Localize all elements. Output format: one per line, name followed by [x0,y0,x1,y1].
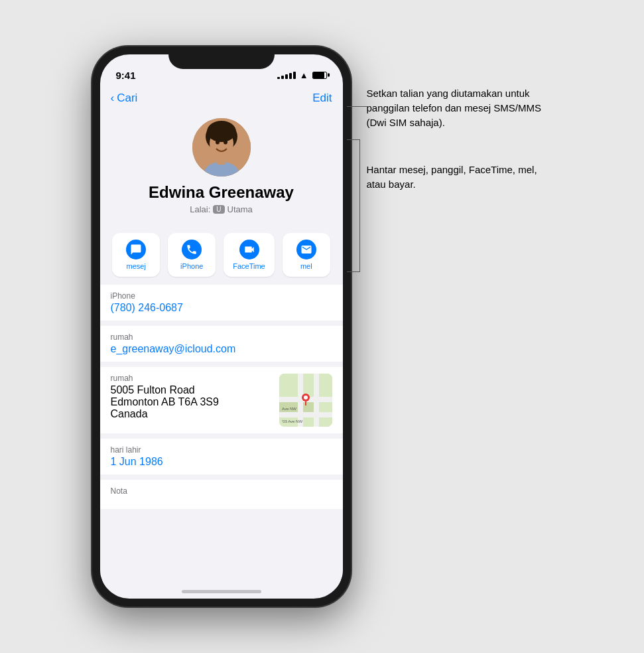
iphone-button[interactable]: iPhone [168,233,216,277]
annotation-1: Setkan talian yang diutamakan untuk pang… [367,86,552,129]
default-label: Lalai: [190,204,210,214]
address-row[interactable]: rumah 5005 Fulton Road Edmonton AB T6A 3… [100,367,343,433]
birthday-value[interactable]: 1 Jun 1986 [111,456,332,468]
address-line3: Canada [111,408,273,420]
annotations-panel: Setkan talian yang diutamakan untuk pang… [367,46,552,192]
contact-default-line: Lalai: U Utama [190,204,253,214]
birthday-row[interactable]: hari lahir 1 Jun 1986 [100,439,343,474]
svg-text:Ave NW: Ave NW [282,407,296,411]
mesej-button[interactable]: mesej [112,233,160,277]
mesej-label: mesej [127,262,146,270]
birthday-label: hari lahir [111,445,332,455]
svg-point-18 [304,396,308,399]
bar1 [277,77,280,79]
annotation-text-2: Hantar mesej, panggil, FaceTime, mel, at… [367,163,552,192]
mail-icon [296,240,316,259]
bar4 [289,73,292,79]
svg-rect-11 [298,374,303,427]
chevron-left-icon: ‹ [111,92,115,105]
facetime-button[interactable]: FaceTime [224,233,275,277]
battery-icon [312,72,327,79]
svg-point-7 [207,121,236,142]
iphone-screen: 9:41 ▲ ‹ [100,54,343,599]
annotation-bracket [347,139,360,272]
phone-icon [182,240,202,259]
email-value[interactable]: e_greenaway@icloud.com [111,343,332,355]
notes-label: Nota [111,486,332,496]
battery-fill [313,72,324,78]
contact-name: Edwina Greenaway [149,183,294,202]
video-icon [239,240,259,259]
action-buttons: mesej iPhone [100,225,343,285]
birthday-section: hari lahir 1 Jun 1986 [100,439,343,474]
callout-line-1 [347,106,367,107]
phone-section: iPhone (780) 246-0687 [100,285,343,321]
annotation-2: Hantar mesej, panggil, FaceTime, mel, at… [367,163,552,192]
scene: 9:41 ▲ ‹ [92,46,552,607]
map-thumbnail[interactable]: Ave NW '03 Ave NW [279,374,332,427]
avatar [192,118,251,177]
default-badge: U [213,205,224,214]
back-label[interactable]: Cari [117,92,137,105]
nav-bar: ‹ Cari Edit [100,86,343,110]
notes-row[interactable]: Nota [100,480,343,509]
address-section: rumah 5005 Fulton Road Edmonton AB T6A 3… [100,367,343,433]
address-line2: Edmonton AB T6A 3S9 [111,396,273,408]
notch [168,46,275,69]
phone-label: iPhone [111,291,332,301]
back-button[interactable]: ‹ Cari [111,92,138,105]
default-line: Utama [227,204,253,214]
iphone-frame: 9:41 ▲ ‹ [92,46,351,607]
home-indicator [182,590,261,593]
mel-button[interactable]: mel [283,233,330,277]
svg-rect-12 [314,374,319,427]
facetime-label: FaceTime [233,262,265,270]
bar5 [293,72,296,79]
annotation-text-1: Setkan talian yang diutamakan untuk pang… [367,86,552,129]
edit-button[interactable]: Edit [312,92,332,105]
email-section: rumah e_greenaway@icloud.com [100,326,343,362]
svg-text:'03 Ave NW: '03 Ave NW [282,419,302,423]
svg-rect-6 [218,155,225,165]
wifi-icon: ▲ [300,70,308,80]
contact-scroll[interactable]: Edwina Greenaway Lalai: U Utama [100,110,343,588]
status-icons: ▲ [277,70,327,80]
contact-header: Edwina Greenaway Lalai: U Utama [100,110,343,225]
email-label: rumah [111,332,332,342]
svg-rect-13 [303,402,314,412]
mel-label: mel [300,262,312,270]
address-line1: 5005 Fulton Road [111,384,273,396]
svg-rect-10 [279,412,332,417]
status-time: 9:41 [116,70,136,81]
iphone-label: iPhone [180,262,203,270]
signal-icon [277,72,296,79]
notes-section: Nota [100,480,343,509]
email-row[interactable]: rumah e_greenaway@icloud.com [100,326,343,362]
phone-row[interactable]: iPhone (780) 246-0687 [100,285,343,321]
message-icon [126,240,146,259]
bar2 [281,76,284,79]
phone-value[interactable]: (780) 246-0687 [111,302,332,314]
address-text: rumah 5005 Fulton Road Edmonton AB T6A 3… [111,374,273,420]
bar3 [285,74,288,79]
address-label: rumah [111,374,273,383]
